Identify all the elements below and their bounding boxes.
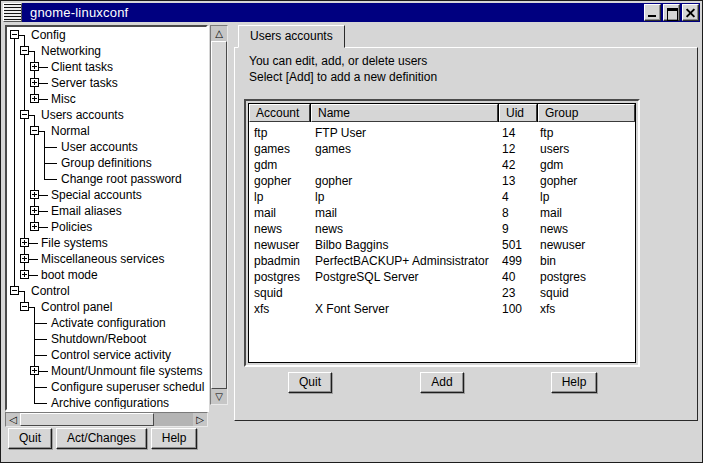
tree-collapse-icon[interactable] [20, 46, 29, 55]
titlebar[interactable]: gnome-linuxconf [3, 3, 700, 22]
column-header-uid[interactable]: Uid [499, 104, 537, 122]
cell-name [310, 285, 497, 301]
tree-collapse-icon[interactable] [30, 126, 39, 135]
table-row[interactable]: postgresPostgreSQL Server40postgres [249, 269, 635, 285]
tree-expand-icon[interactable] [30, 94, 39, 103]
window-controls [644, 4, 700, 21]
tree-expand-icon[interactable] [20, 238, 29, 247]
panel-help-button[interactable]: Help [551, 372, 598, 393]
tree-collapse-icon[interactable] [10, 30, 19, 39]
tree-connector-line [34, 355, 47, 356]
window-menu-icon[interactable] [3, 3, 22, 22]
tree-item[interactable]: Shutdown/Reboot [7, 331, 208, 347]
table-row[interactable]: lplp4lp [249, 189, 635, 205]
act-changes-button[interactable]: Act/Changes [56, 428, 147, 449]
tree-expand-icon[interactable] [30, 78, 39, 87]
tree-item[interactable]: Misc [7, 91, 208, 107]
tree-item[interactable]: File systems [7, 235, 208, 251]
tree-expand-icon[interactable] [30, 222, 39, 231]
tree-connector-line [14, 203, 15, 219]
quit-button[interactable]: Quit [8, 428, 52, 449]
cell-account: gdm [249, 157, 310, 173]
tree-item[interactable]: Archive configurations [7, 395, 208, 411]
tree-vertical-scrollbar[interactable]: △ ▽ [210, 25, 228, 405]
tree-item-label: Email aliases [51, 203, 122, 219]
tree-item[interactable]: Mount/Unmount file systems [7, 363, 208, 379]
horizontal-scroll-thumb[interactable] [20, 413, 154, 426]
panel-add-button[interactable]: Add [420, 372, 463, 393]
tree-item[interactable]: Policies [7, 219, 208, 235]
tree-item-label: Config [31, 27, 66, 43]
tree-item[interactable]: Users accounts [7, 107, 208, 123]
tree-item[interactable]: Server tasks [7, 75, 208, 91]
vertical-scroll-thumb[interactable] [211, 41, 227, 389]
tree-item[interactable]: Control service activity [7, 347, 208, 363]
help-button[interactable]: Help [151, 428, 198, 449]
tree-expand-icon[interactable] [20, 254, 29, 263]
tree-item[interactable]: User accounts [7, 139, 208, 155]
tree-connector-line [24, 203, 25, 219]
tree-connector-line [44, 179, 57, 180]
table-row[interactable]: ftpFTP User14ftp [249, 125, 635, 141]
tree-connector-line [29, 243, 38, 244]
tree-collapse-icon[interactable] [10, 286, 19, 295]
tree-item[interactable]: Control panel [7, 299, 208, 315]
tree-item[interactable]: Networking [7, 43, 208, 59]
table-row[interactable]: gophergopher13gopher [249, 173, 635, 189]
tree-item[interactable]: Client tasks [7, 59, 208, 75]
users-table: Account Name Uid Group ftpFTP User14ftpg… [248, 103, 636, 363]
maximize-button[interactable] [663, 4, 680, 21]
table-row[interactable]: gdm42gdm [249, 157, 635, 173]
tree-expand-icon[interactable] [30, 366, 39, 375]
tree-connector-line [29, 275, 38, 276]
column-header-account[interactable]: Account [249, 104, 310, 122]
tree-expand-icon[interactable] [30, 190, 39, 199]
table-row[interactable]: mailmail8mail [249, 205, 635, 221]
scroll-left-icon[interactable]: ◁ [6, 413, 20, 426]
column-header-group[interactable]: Group [538, 104, 635, 122]
config-tree: ConfigNetworkingClient tasksServer tasks… [5, 25, 208, 411]
cell-account: squid [249, 285, 310, 301]
tree-expand-icon[interactable] [20, 270, 29, 279]
tree-item-label: Configure superuser schedul [51, 379, 204, 395]
close-button[interactable] [682, 4, 699, 21]
tree-item[interactable]: Change root password [7, 171, 208, 187]
tree-item[interactable]: Email aliases [7, 203, 208, 219]
minimize-button[interactable] [644, 4, 661, 21]
tree-item[interactable]: Control [7, 283, 208, 299]
table-row[interactable]: pbadminPerfectBACKUP+ Adminsistrator499b… [249, 253, 635, 269]
scroll-up-icon[interactable]: △ [211, 26, 227, 41]
tree-expand-icon[interactable] [30, 62, 39, 71]
table-row[interactable]: newsnews9news [249, 221, 635, 237]
table-row[interactable]: squid23squid [249, 285, 635, 301]
table-row[interactable]: gamesgames12users [249, 141, 635, 157]
table-row[interactable]: xfsX Font Server100xfs [249, 301, 635, 317]
tree-item[interactable]: Activate configuration [7, 315, 208, 331]
tree-horizontal-scrollbar[interactable]: ◁ ▷ [5, 412, 208, 427]
table-row[interactable]: newuserBilbo Baggins501newuser [249, 237, 635, 253]
horizontal-scroll-track[interactable] [154, 413, 193, 426]
column-header-name[interactable]: Name [311, 104, 498, 122]
tree-item[interactable]: Normal [7, 123, 208, 139]
cell-uid: 23 [497, 285, 535, 301]
cell-group: bin [535, 253, 635, 269]
tree-connector-line [24, 291, 25, 299]
cell-group: users [535, 141, 635, 157]
tree-collapse-icon[interactable] [20, 302, 29, 311]
tab-users-accounts[interactable]: Users accounts [238, 25, 345, 48]
tree-item[interactable]: Special accounts [7, 187, 208, 203]
tree-expand-icon[interactable] [30, 206, 39, 215]
scroll-down-icon[interactable]: ▽ [211, 389, 227, 404]
tree-item[interactable]: boot mode [7, 267, 208, 283]
panel-quit-button[interactable]: Quit [288, 372, 332, 393]
scroll-right-icon[interactable]: ▷ [193, 413, 207, 426]
tree-item[interactable]: Group definitions [7, 155, 208, 171]
tree-item[interactable]: Config [7, 27, 208, 43]
tree-item[interactable]: Configure superuser schedul [7, 379, 208, 395]
cell-uid: 4 [497, 189, 535, 205]
tree-item[interactable]: Miscellaneous services [7, 251, 208, 267]
tree-connector-line [24, 219, 25, 235]
tree-item-label: Control [31, 283, 70, 299]
tree-collapse-icon[interactable] [20, 110, 29, 119]
tree-item-label: Shutdown/Reboot [51, 331, 146, 347]
